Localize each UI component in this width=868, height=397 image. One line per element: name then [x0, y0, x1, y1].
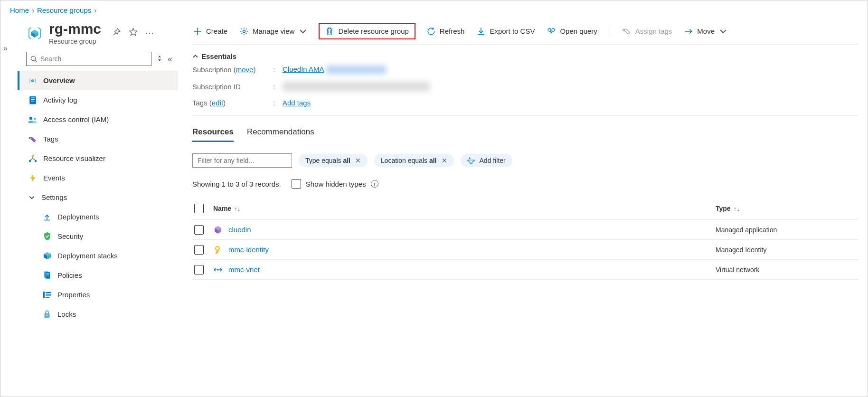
resource-type: Managed application: [716, 226, 858, 234]
resource-link[interactable]: mmc-vnet: [228, 265, 260, 274]
nav-activity-log[interactable]: Activity log: [18, 90, 178, 110]
show-hidden-checkbox[interactable]: [292, 179, 301, 189]
nav-events[interactable]: Events: [18, 168, 178, 188]
nav-label: Locks: [57, 310, 76, 318]
svg-point-15: [30, 138, 31, 139]
nav-label: Deployments: [57, 213, 99, 221]
table-header: Name↑↓ Type↑↓: [192, 197, 858, 220]
delete-resource-group-button[interactable]: Delete resource group: [319, 23, 415, 39]
tag-icon: [623, 27, 631, 36]
resource-type: Managed Identity: [716, 246, 858, 254]
nav-label: Properties: [57, 291, 90, 299]
table-row[interactable]: mmc-vnetVirtual network: [192, 260, 858, 280]
subscription-link[interactable]: CluedIn AMA: [283, 65, 324, 73]
filter-pill-location[interactable]: Location equals all ✕: [374, 154, 454, 167]
nav-label: Settings: [41, 193, 67, 201]
nav-locks[interactable]: Locks: [18, 304, 178, 324]
move-link[interactable]: move: [236, 66, 254, 74]
col-type[interactable]: Type↑↓: [716, 205, 858, 212]
nav-overview[interactable]: Overview: [18, 71, 178, 90]
nav-deployment-stacks[interactable]: Deployment stacks: [18, 246, 178, 265]
nav-resource-visualizer[interactable]: Resource visualizer: [18, 149, 178, 168]
breadcrumb-home[interactable]: Home: [10, 6, 29, 14]
subscription-id-label: Subscription ID: [192, 83, 273, 91]
export-csv-button[interactable]: Export to CSV: [476, 25, 536, 38]
overview-icon: [28, 76, 38, 85]
nav-deployments[interactable]: Deployments: [18, 207, 178, 227]
tags-icon: [28, 135, 38, 143]
close-icon[interactable]: ✕: [442, 157, 447, 164]
row-checkbox[interactable]: [194, 225, 204, 235]
select-all-checkbox[interactable]: [194, 204, 204, 213]
header-actions: ⋯: [113, 28, 155, 39]
table-row[interactable]: cluedinManaged application: [192, 220, 858, 240]
resource-link[interactable]: cluedin: [228, 226, 251, 234]
main-content: Create Manage view Delete resource group…: [178, 19, 868, 324]
add-filter-button[interactable]: Add filter: [461, 154, 512, 167]
nav-properties[interactable]: Properties: [18, 285, 178, 304]
svg-point-13: [29, 116, 32, 119]
plus-icon: [193, 27, 202, 36]
svg-rect-26: [46, 275, 49, 275]
move-button[interactable]: Move: [683, 25, 728, 38]
sidebar: rg-mmc Resource group ⋯ «: [18, 19, 178, 324]
svg-rect-12: [31, 101, 34, 101]
nav-security[interactable]: Security: [18, 227, 178, 246]
refresh-button[interactable]: Refresh: [426, 25, 466, 38]
filter-plus-icon: [467, 157, 475, 164]
star-icon[interactable]: [129, 28, 138, 39]
more-icon[interactable]: ⋯: [145, 28, 155, 39]
row-checkbox[interactable]: [194, 265, 204, 274]
edit-tags-link[interactable]: edit: [212, 99, 223, 107]
nav-access-control[interactable]: Access control (IAM): [18, 110, 178, 129]
row-checkbox[interactable]: [194, 245, 204, 255]
pin-icon[interactable]: [113, 28, 121, 39]
svg-point-16: [32, 154, 34, 156]
search-icon: [30, 56, 38, 63]
chevron-down-icon: [299, 27, 307, 36]
nav-label: Overview: [43, 76, 75, 85]
resource-icon: [213, 265, 223, 274]
redacted-content: [326, 66, 386, 74]
nav-tags[interactable]: Tags: [18, 129, 178, 149]
svg-rect-25: [46, 274, 49, 274]
tab-resources[interactable]: Resources: [192, 127, 234, 142]
locks-icon: [42, 310, 52, 318]
sidebar-search[interactable]: [26, 52, 151, 66]
info-icon[interactable]: i: [371, 180, 378, 188]
page-subtitle: Resource group: [49, 38, 101, 45]
sidebar-nav: Overview Activity log Access control (IA…: [18, 71, 178, 324]
arrow-right-icon: [684, 27, 693, 36]
nav-settings[interactable]: Settings: [18, 188, 178, 207]
filter-bar: Type equals all ✕ Location equals all ✕ …: [192, 147, 858, 172]
collapse-sidebar-icon[interactable]: «: [168, 54, 172, 64]
records-status-row: Showing 1 to 3 of 3 records. Show hidden…: [192, 172, 858, 197]
create-button[interactable]: Create: [192, 25, 228, 38]
col-name[interactable]: Name↑↓: [213, 205, 716, 212]
manage-view-button[interactable]: Manage view: [239, 25, 308, 38]
sort-toggle-icon[interactable]: [157, 55, 162, 64]
nav-label: Security: [57, 232, 83, 240]
table-row[interactable]: mmc-identityManaged Identity: [192, 240, 858, 260]
tab-recommendations[interactable]: Recommendations: [247, 127, 314, 142]
close-icon[interactable]: ✕: [355, 157, 361, 164]
add-tags-link[interactable]: Add tags: [283, 99, 311, 107]
filter-pill-type[interactable]: Type equals all ✕: [299, 154, 368, 167]
svg-point-36: [624, 29, 625, 30]
svg-rect-27: [43, 292, 45, 298]
security-icon: [42, 232, 52, 240]
search-input[interactable]: [40, 55, 147, 63]
expand-menu-icon[interactable]: »: [3, 44, 8, 53]
resource-link[interactable]: mmc-identity: [228, 246, 269, 254]
resource-header: rg-mmc Resource group ⋯: [18, 21, 178, 52]
filter-input[interactable]: [192, 153, 292, 168]
nav-policies[interactable]: Policies: [18, 265, 178, 285]
svg-rect-29: [46, 294, 51, 296]
svg-rect-28: [46, 292, 51, 293]
tags-label: Tags (edit): [192, 99, 273, 107]
breadcrumb-rg[interactable]: Resource groups: [37, 6, 91, 14]
svg-marker-3: [130, 28, 137, 35]
svg-rect-9: [29, 96, 36, 104]
open-query-button[interactable]: Open query: [546, 25, 598, 38]
essentials-toggle[interactable]: Essentials: [192, 45, 858, 65]
